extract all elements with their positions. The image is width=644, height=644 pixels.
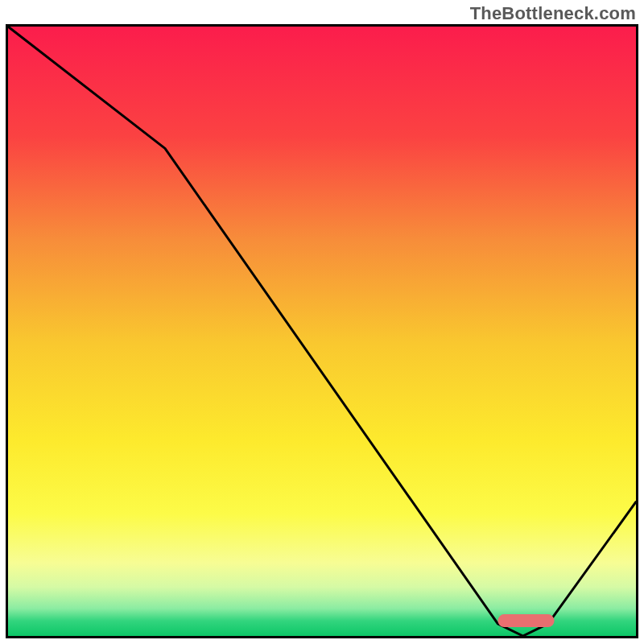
gradient-background bbox=[8, 27, 636, 636]
plot-area bbox=[6, 24, 638, 638]
optimal-marker bbox=[497, 614, 554, 627]
watermark-text: TheBottleneck.com bbox=[470, 3, 636, 24]
plot-svg bbox=[8, 27, 636, 636]
chart-container: TheBottleneck.com bbox=[0, 0, 644, 644]
